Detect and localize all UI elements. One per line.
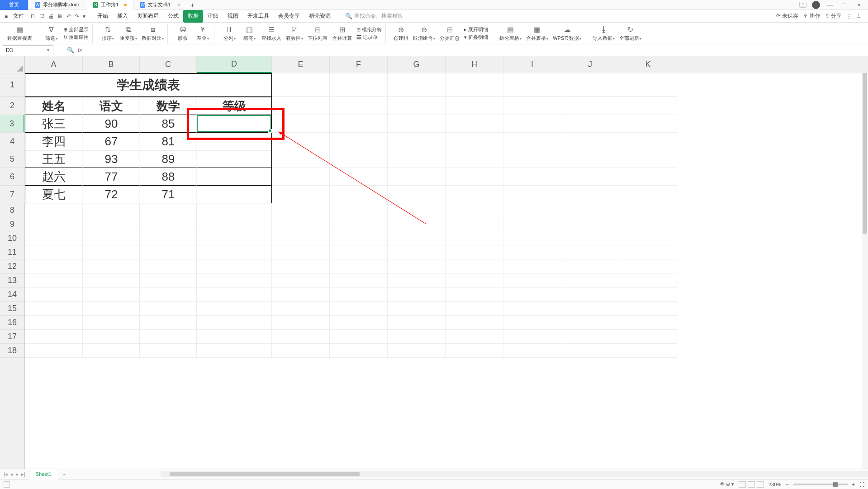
file-menu[interactable]: 文件 <box>10 12 27 20</box>
show-all-button[interactable]: ⊞ 全部显示 <box>63 26 89 33</box>
cell-H15[interactable] <box>446 302 503 316</box>
expand-detail-button[interactable]: ▸ 展开明细 <box>464 26 488 33</box>
zoom-value[interactable]: 230% <box>768 482 781 487</box>
redo-icon[interactable]: ↷ <box>75 13 79 19</box>
cell-G11[interactable] <box>388 245 446 259</box>
cell-H10[interactable] <box>446 231 503 245</box>
group-button[interactable]: ⊕创建组 <box>393 25 408 42</box>
menu-tab-layout[interactable]: 页面布局 <box>133 10 163 23</box>
cell-B8[interactable] <box>83 203 140 217</box>
cell-E4[interactable] <box>272 133 330 150</box>
column-header-F[interactable]: F <box>330 56 388 73</box>
sheet-nav-first-icon[interactable]: |◂ <box>4 471 8 477</box>
cell-A3[interactable]: 张三 <box>25 115 83 133</box>
cell-D6[interactable] <box>197 168 272 186</box>
cell-I14[interactable] <box>503 288 561 302</box>
doc-tab-1[interactable]: S 工作簿1 <box>86 0 133 10</box>
menu-tab-resources[interactable]: 稻壳资源 <box>304 10 335 23</box>
fullscreen-icon[interactable]: ⛶ <box>859 482 864 487</box>
cell-G1[interactable] <box>388 73 446 97</box>
column-header-G[interactable]: G <box>388 56 446 73</box>
row-header-11[interactable]: 11 <box>0 245 24 259</box>
data-compare-button[interactable]: ⧈数据对比 <box>142 25 164 42</box>
cell-A8[interactable] <box>25 203 83 217</box>
cell-B17[interactable] <box>83 330 140 344</box>
cell-C18[interactable] <box>140 344 197 358</box>
menu-tab-start[interactable]: 开始 <box>93 10 113 23</box>
row-header-16[interactable]: 16 <box>0 316 24 330</box>
cell-E1[interactable] <box>272 73 330 97</box>
cell-A4[interactable]: 李四 <box>25 133 83 150</box>
row-header-9[interactable]: 9 <box>0 217 24 231</box>
cell-C17[interactable] <box>140 330 197 344</box>
cell-B11[interactable] <box>83 245 140 259</box>
cell-D10[interactable] <box>197 231 272 245</box>
cell-H16[interactable] <box>446 316 503 330</box>
lookup-entry-button[interactable]: ☰查找录入 <box>261 25 281 42</box>
cell-D18[interactable] <box>197 344 272 358</box>
cell-J10[interactable] <box>561 231 619 245</box>
cell-A18[interactable] <box>25 344 83 358</box>
cell-G13[interactable] <box>388 273 446 288</box>
filter-button[interactable]: ∇筛选 <box>43 25 59 42</box>
fill-button[interactable]: ▥填充 <box>242 25 257 42</box>
minimize-button[interactable]: — <box>825 2 835 8</box>
cell-G8[interactable] <box>388 203 446 217</box>
cell-F16[interactable] <box>330 316 388 330</box>
cell-G12[interactable] <box>388 259 446 273</box>
cell-I5[interactable] <box>503 150 561 168</box>
cell-J14[interactable] <box>561 288 619 302</box>
cell-F6[interactable] <box>330 168 388 186</box>
cell-F11[interactable] <box>330 245 388 259</box>
row-header-17[interactable]: 17 <box>0 330 24 344</box>
cell-C11[interactable] <box>140 245 197 259</box>
cell-A15[interactable] <box>25 302 83 316</box>
row-header-7[interactable]: 7 <box>0 186 24 203</box>
cell-K18[interactable] <box>619 344 677 358</box>
cell-F1[interactable] <box>330 73 388 97</box>
menu-tab-view[interactable]: 视图 <box>223 10 243 23</box>
cell-E15[interactable] <box>272 302 330 316</box>
spreadsheet-grid[interactable]: ABCDEFGHIJK 123456789101112131415161718 … <box>0 56 868 469</box>
cell-J4[interactable] <box>561 133 619 150</box>
cell-A17[interactable] <box>25 330 83 344</box>
maximize-button[interactable]: ◻ <box>840 2 849 8</box>
cell-C15[interactable] <box>140 302 197 316</box>
cell-I17[interactable] <box>503 330 561 344</box>
cell-K14[interactable] <box>619 288 677 302</box>
cell-G14[interactable] <box>388 288 446 302</box>
cell-H4[interactable] <box>446 133 503 150</box>
cell-F9[interactable] <box>330 217 388 231</box>
cell-I15[interactable] <box>503 302 561 316</box>
cell-H6[interactable] <box>446 168 503 186</box>
cell-J5[interactable] <box>561 150 619 168</box>
cell-C6[interactable]: 88 <box>140 168 197 186</box>
horizontal-scrollbar[interactable] <box>161 471 868 477</box>
cell-I4[interactable] <box>503 133 561 150</box>
cell-A14[interactable] <box>25 288 83 302</box>
cell-E8[interactable] <box>272 203 330 217</box>
cell-A1[interactable]: 学生成绩表 <box>25 73 272 97</box>
cell-B12[interactable] <box>83 259 140 273</box>
row-header-3[interactable]: 3 <box>0 115 24 133</box>
cell-A7[interactable]: 夏七 <box>25 186 83 203</box>
cell-K13[interactable] <box>619 273 677 288</box>
cell-E7[interactable] <box>272 186 330 203</box>
column-header-H[interactable]: H <box>446 56 503 73</box>
new-icon[interactable]: 🗋 <box>30 13 36 19</box>
cell-D11[interactable] <box>197 245 272 259</box>
notification-badge[interactable]: 1 <box>799 2 806 8</box>
cell-E6[interactable] <box>272 168 330 186</box>
cell-H3[interactable] <box>446 115 503 133</box>
normal-view-icon[interactable] <box>739 481 746 488</box>
dropdown-list-button[interactable]: ⊟下拉列表 <box>308 25 327 42</box>
print-preview-icon[interactable]: 🗎 <box>57 13 63 19</box>
text-to-columns-button[interactable]: ⫼分列 <box>222 25 237 42</box>
column-header-E[interactable]: E <box>272 56 330 73</box>
collapse-detail-button[interactable]: ▾ 折叠明细 <box>464 34 488 41</box>
cell-H17[interactable] <box>446 330 503 344</box>
command-search[interactable]: 🔍 查找命令、搜索模板 <box>345 12 403 20</box>
cell-H8[interactable] <box>446 203 503 217</box>
merge-tables-button[interactable]: ▦合并表格 <box>526 25 548 42</box>
cell-C7[interactable]: 71 <box>140 186 197 203</box>
